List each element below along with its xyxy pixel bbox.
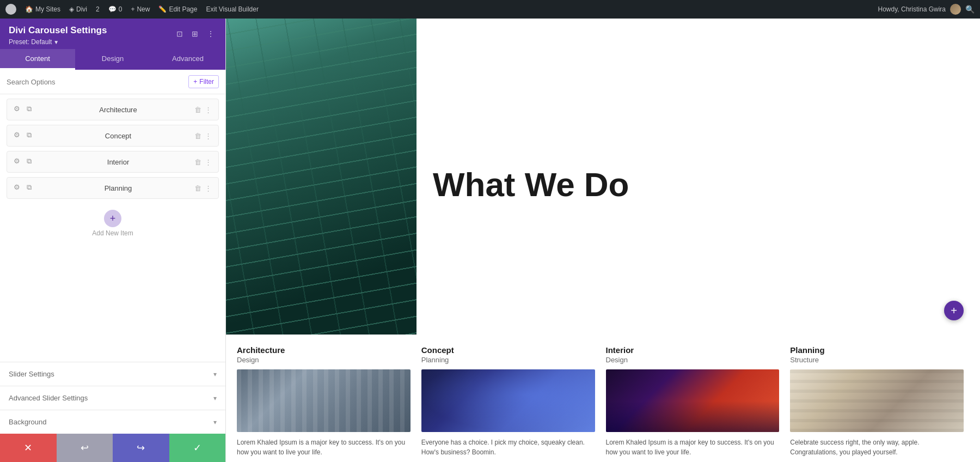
redo-icon: ↪ xyxy=(137,442,145,454)
card-image xyxy=(606,369,780,432)
edit-icon: ✏️ xyxy=(158,5,167,13)
duplicate-icon[interactable]: ⧉ xyxy=(27,105,36,114)
expand-icon[interactable]: ⊞ xyxy=(189,27,200,40)
add-circle-icon: + xyxy=(104,210,121,227)
card-category: Concept xyxy=(421,345,595,355)
hero-heading: What We Do xyxy=(433,166,629,203)
edit-page-button[interactable]: ✏️ Edit Page xyxy=(158,5,197,13)
delete-icon[interactable]: 🗑 xyxy=(194,158,201,166)
svg-text:W: W xyxy=(9,7,13,12)
hero-section: What We Do xyxy=(226,19,980,335)
list-item[interactable]: ⚙ ⧉ Architecture 🗑 ⋮ xyxy=(7,99,219,120)
drag-icon[interactable]: ⋮ xyxy=(205,184,212,192)
card-description: Celebrate success right, the only way, a… xyxy=(790,437,964,457)
drag-icon[interactable]: ⋮ xyxy=(205,132,212,140)
tab-content[interactable]: Content xyxy=(0,49,75,70)
divi-menu[interactable]: ◈ Divi xyxy=(69,5,87,13)
comments-count-badge: 2 xyxy=(96,5,100,13)
minimize-icon[interactable]: ⊡ xyxy=(174,27,185,40)
card-description: Lorem Khaled Ipsum is a major key to suc… xyxy=(606,437,780,457)
search-input[interactable] xyxy=(7,78,184,86)
chevron-down-icon: ▾ xyxy=(213,394,217,402)
undo-button[interactable]: ↩ xyxy=(57,434,113,462)
duplicate-icon[interactable]: ⧉ xyxy=(27,183,36,193)
admin-bar-right: Howdy, Christina Gwira 🔍 xyxy=(878,4,975,15)
settings-icon[interactable]: ⚙ xyxy=(14,131,23,141)
tab-advanced[interactable]: Advanced xyxy=(150,49,225,70)
comments-menu[interactable]: 2 xyxy=(96,5,100,13)
duplicate-icon[interactable]: ⧉ xyxy=(27,131,36,141)
item-label: Interior xyxy=(42,158,194,166)
filter-icon: + xyxy=(193,78,197,86)
card-interior: Interior Design Lorem Khaled Ipsum is a … xyxy=(606,345,780,462)
panel-header: Divi Carousel Settings Preset: Default ⊡… xyxy=(0,19,225,49)
card-subcategory: Design xyxy=(237,356,411,364)
chevron-down-icon: ▾ xyxy=(213,370,217,378)
cards-section: Architecture Design Lorem Khaled Ipsum i… xyxy=(226,335,980,462)
card-category: Planning xyxy=(790,345,964,355)
card-concept: Concept Planning Everyone has a choice. … xyxy=(421,345,595,462)
add-new-item-button[interactable]: + Add New Item xyxy=(7,203,219,244)
drag-icon[interactable]: ⋮ xyxy=(205,106,212,114)
list-item[interactable]: ⚙ ⧉ Concept 🗑 ⋮ xyxy=(7,125,219,147)
comment-bubble-menu[interactable]: 💬 0 xyxy=(108,5,122,13)
settings-panel: Divi Carousel Settings Preset: Default ⊡… xyxy=(0,19,226,462)
chevron-down-icon: ▾ xyxy=(213,418,217,426)
user-avatar xyxy=(950,4,961,15)
cancel-button[interactable]: ✕ xyxy=(0,434,57,462)
settings-icon[interactable]: ⚙ xyxy=(14,183,23,193)
delete-icon[interactable]: 🗑 xyxy=(194,106,201,114)
settings-icon[interactable]: ⚙ xyxy=(14,105,23,114)
admin-bar: W 🏠 My Sites ◈ Divi 2 💬 0 + New ✏️ Edit … xyxy=(0,0,980,19)
background-section[interactable]: Background ▾ xyxy=(0,410,225,434)
advanced-slider-settings-section[interactable]: Advanced Slider Settings ▾ xyxy=(0,386,225,410)
panel-title: Divi Carousel Settings xyxy=(9,25,107,36)
divi-icon: ◈ xyxy=(69,5,74,13)
item-label: Architecture xyxy=(42,106,194,114)
page-content: What We Do Architecture Design Lorem Kha… xyxy=(226,19,980,462)
add-section-button[interactable]: + xyxy=(944,301,964,320)
panel-actions: ✕ ↩ ↪ ✓ xyxy=(0,434,225,462)
delete-icon[interactable]: 🗑 xyxy=(194,132,201,140)
search-icon[interactable]: 🔍 xyxy=(965,5,975,14)
settings-icon[interactable]: ⚙ xyxy=(14,157,23,167)
list-item[interactable]: ⚙ ⧉ Planning 🗑 ⋮ xyxy=(7,177,219,199)
card-architecture: Architecture Design Lorem Khaled Ipsum i… xyxy=(237,345,411,462)
new-post-menu[interactable]: + New xyxy=(131,5,150,13)
cancel-icon: ✕ xyxy=(24,442,32,454)
wp-logo-icon[interactable]: W xyxy=(5,4,16,15)
card-subcategory: Design xyxy=(606,356,780,364)
slide-items-list: ⚙ ⧉ Architecture 🗑 ⋮ ⚙ ⧉ Concept 🗑 ⋮ xyxy=(0,94,225,362)
delete-icon[interactable]: 🗑 xyxy=(194,184,201,192)
preset-selector[interactable]: Preset: Default xyxy=(9,38,107,46)
my-sites-icon: 🏠 xyxy=(25,5,33,13)
bubble-icon: 💬 xyxy=(108,5,117,13)
list-item[interactable]: ⚙ ⧉ Interior 🗑 ⋮ xyxy=(7,151,219,173)
card-category: Interior xyxy=(606,345,780,355)
card-description: Lorem Khaled Ipsum is a major key to suc… xyxy=(237,437,411,457)
card-image xyxy=(237,369,411,432)
tab-design[interactable]: Design xyxy=(75,49,150,70)
more-icon[interactable]: ⋮ xyxy=(205,27,217,40)
options-search: + Filter xyxy=(0,70,225,94)
exit-builder-button[interactable]: Exit Visual Builder xyxy=(206,5,259,13)
slider-settings-section[interactable]: Slider Settings ▾ xyxy=(0,362,225,386)
card-subcategory: Structure xyxy=(790,356,964,364)
duplicate-icon[interactable]: ⧉ xyxy=(27,157,36,167)
save-button[interactable]: ✓ xyxy=(169,434,226,462)
card-image xyxy=(421,369,595,432)
card-category: Architecture xyxy=(237,345,411,355)
undo-icon: ↩ xyxy=(81,442,89,454)
settings-tabs: Content Design Advanced xyxy=(0,49,225,70)
my-sites-menu[interactable]: 🏠 My Sites xyxy=(25,5,60,13)
drag-icon[interactable]: ⋮ xyxy=(205,158,212,166)
hero-text-block: What We Do xyxy=(416,19,646,335)
hero-building-image xyxy=(226,19,416,335)
save-icon: ✓ xyxy=(193,442,201,454)
card-subcategory: Planning xyxy=(421,356,595,364)
card-image xyxy=(790,369,964,432)
card-description: Everyone has a choice. I pick my choice,… xyxy=(421,437,595,457)
redo-button[interactable]: ↪ xyxy=(113,434,169,462)
filter-button[interactable]: + Filter xyxy=(188,75,219,88)
page-canvas: What We Do Architecture Design Lorem Kha… xyxy=(226,19,980,462)
